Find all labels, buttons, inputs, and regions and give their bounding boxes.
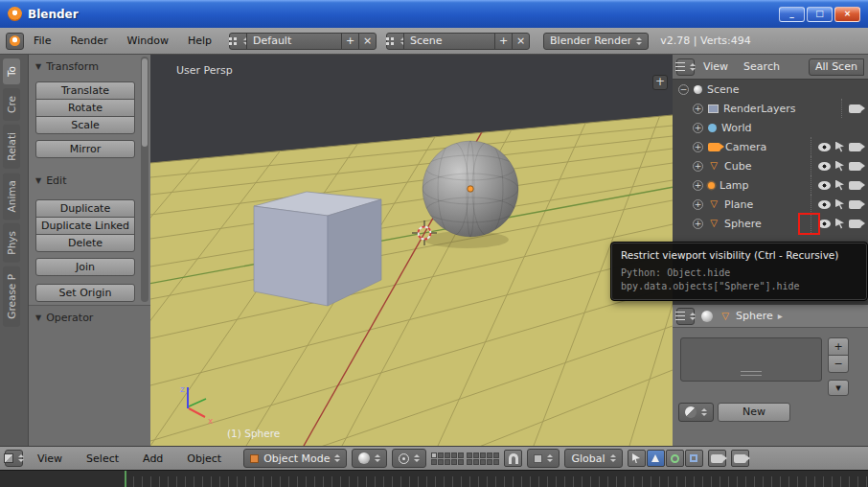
toolshelf-scrollbar[interactable] [141,57,148,302]
screen-layout-delete-button[interactable]: × [358,33,377,50]
screen-layout-add-button[interactable]: + [341,33,359,50]
render-opengl-button[interactable] [708,450,726,467]
new-material-button[interactable]: New [718,403,790,422]
duplicate-linked-button[interactable]: Duplicate Linked [35,217,135,235]
scene-browse-button[interactable] [386,33,404,50]
outliner-item-lamp[interactable]: + Lamp [673,175,868,195]
outliner-item-camera[interactable]: + Camera [673,137,868,156]
display-mode-selector[interactable]: All Scen [809,58,864,76]
selectability-toggle-icon[interactable] [835,199,844,210]
outliner-item-scene[interactable]: − Scene [673,80,868,99]
transform-panel-header[interactable]: ▼ Transform [35,59,150,73]
outliner-item-renderlayers[interactable]: + RenderLayers [673,99,868,118]
snap-toggle-button[interactable] [504,450,522,467]
remove-slot-button[interactable]: − [828,355,849,373]
menu-window[interactable]: Window [118,32,178,50]
visibility-toggle-icon[interactable] [818,162,831,171]
close-button[interactable]: × [834,7,860,22]
outliner-item-sphere[interactable]: + ▽ Sphere [673,214,868,233]
selectability-toggle-icon[interactable] [835,142,844,152]
menu-help[interactable]: Help [178,32,221,50]
join-button[interactable]: Join [35,258,135,276]
visibility-toggle-icon[interactable] [818,200,831,209]
translate-manipulator-button[interactable] [647,450,665,467]
expand-toggle-icon[interactable]: + [693,142,703,152]
title-bar[interactable]: Blender _ □ × [0,0,868,28]
render-toggle-icon[interactable] [849,162,861,171]
resize-grip[interactable] [741,371,762,376]
tab-animation[interactable]: Anima [3,173,20,220]
editor-type-selector[interactable] [6,33,24,50]
scene-delete-button[interactable]: × [512,33,530,50]
translate-button[interactable]: Translate [35,81,135,100]
maximize-button[interactable]: □ [807,7,833,22]
mode-selector[interactable]: Object Mode [243,449,347,468]
selectability-toggle-icon[interactable] [835,219,844,229]
editor-type-selector[interactable] [676,308,695,325]
current-frame-marker[interactable] [125,471,126,487]
rotate-button[interactable]: Rotate [35,99,135,117]
minimize-button[interactable]: _ [779,7,805,22]
operator-panel-header[interactable]: ▼ Operator [35,311,150,324]
scrollbar-thumb[interactable] [142,58,148,147]
viewport-canvas[interactable]: z x User Persp (1) Sphere [150,55,673,446]
scene-add-button[interactable]: + [494,33,513,50]
region-expand-button[interactable]: + [652,75,668,90]
render-toggle-icon[interactable] [849,200,861,209]
menu-add[interactable]: Add [133,450,172,468]
render-engine-selector[interactable]: Blender Render [543,33,649,50]
expand-toggle-icon[interactable]: + [693,180,703,191]
expand-toggle-icon[interactable]: + [693,219,703,229]
scale-manipulator-button[interactable] [685,450,703,467]
add-slot-button[interactable]: + [828,337,849,356]
snap-element-selector[interactable] [527,449,560,468]
material-tab-icon[interactable] [701,311,713,322]
tab-create[interactable]: Cre [3,88,20,121]
slot-specials-button[interactable]: ▾ [828,380,849,396]
tab-tools[interactable]: To [3,58,20,84]
outliner-item-world[interactable]: + World [673,118,868,137]
expand-toggle-icon[interactable]: + [693,161,703,172]
menu-object[interactable]: Object [177,450,231,468]
outliner-item-plane[interactable]: + ▽ Plane [673,195,868,214]
rotate-manipulator-button[interactable] [666,450,684,467]
viewport-3d[interactable]: z x User Persp (1) Sphere + [150,55,673,446]
render-opengl-anim-button[interactable] [731,450,749,467]
selectability-toggle-icon[interactable] [835,161,844,172]
editor-type-selector[interactable] [676,58,695,76]
render-toggle-icon[interactable] [849,220,861,228]
viewport-shading-selector[interactable] [352,449,387,468]
transform-orientation-selector[interactable]: Global [564,449,622,468]
outliner-item-cube[interactable]: + ▽ Cube [673,156,868,175]
render-toggle-icon[interactable] [849,181,861,190]
material-browse-button[interactable] [678,403,714,422]
visibility-toggle-icon[interactable] [818,181,831,190]
layers-widget[interactable] [431,452,499,465]
visibility-toggle-icon[interactable] [818,143,831,151]
screen-layout-name-field[interactable]: Default [246,33,342,50]
pivot-point-selector[interactable] [392,449,426,468]
material-slot-list[interactable] [680,337,822,382]
render-toggle-icon[interactable] [849,143,861,151]
editor-type-selector[interactable] [5,450,23,467]
tab-relations[interactable]: Relati [3,125,20,169]
timeline-strip[interactable] [0,470,868,487]
menu-render[interactable]: Render [60,32,117,50]
menu-file[interactable]: File [24,32,60,50]
scale-button[interactable]: Scale [35,116,135,134]
expand-toggle-icon[interactable]: + [693,123,703,133]
mirror-button[interactable]: Mirror [35,140,135,158]
menu-view[interactable]: View [28,450,72,468]
edit-panel-header[interactable]: ▼ Edit [35,174,150,187]
menu-search[interactable]: Search [737,60,787,73]
menu-view[interactable]: View [697,60,735,73]
cube-object[interactable] [254,192,381,306]
render-toggle-icon[interactable] [849,104,861,113]
delete-button[interactable]: Delete [35,234,135,252]
tab-grease-pencil[interactable]: Grease P [3,267,20,327]
selectability-toggle-icon[interactable] [835,180,844,191]
set-origin-button[interactable]: Set Origin [35,284,135,302]
breadcrumb-label[interactable]: Sphere [736,310,773,322]
layer-cell-active[interactable] [431,452,437,458]
scene-name-field[interactable]: Scene [403,33,495,50]
